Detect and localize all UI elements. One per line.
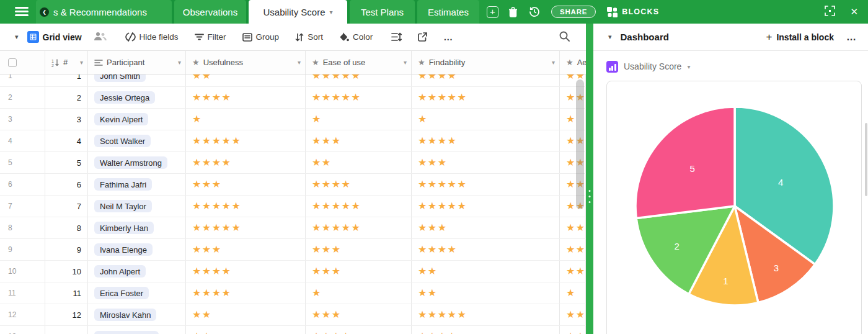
usefulness-cell[interactable]: ★★★★: [186, 282, 306, 304]
row-number-cell[interactable]: 8: [0, 217, 45, 238]
table-row[interactable]: 66Fathima Jafri★★★★★★★★★★★★★★: [0, 174, 586, 196]
hide-fields-button[interactable]: Hide fields: [125, 32, 179, 42]
row-height-button[interactable]: [391, 32, 402, 42]
tab-observations[interactable]: Observations: [174, 0, 246, 24]
findability-cell[interactable]: ★★★★: [412, 130, 560, 151]
column-header-num[interactable]: 1 2 # ▾: [45, 51, 88, 74]
usefulness-cell[interactable]: ★★: [186, 304, 306, 325]
table-row[interactable]: 11John Smith★★★★★★★★★★★★★: [0, 74, 586, 87]
view-sidebar-caret-icon[interactable]: ▾: [15, 33, 19, 41]
autonumber-cell[interactable]: 4: [45, 130, 88, 151]
tab-recommendations[interactable]: ❮ s & Recommendations: [36, 0, 172, 24]
autonumber-cell[interactable]: 13: [45, 326, 88, 334]
usefulness-cell[interactable]: ★★★: [186, 174, 306, 195]
findability-cell[interactable]: ★★★★★: [412, 174, 560, 195]
findability-cell[interactable]: ★★: [412, 282, 560, 304]
close-icon[interactable]: ✕: [850, 6, 858, 17]
findability-cell[interactable]: ★★★★★: [412, 196, 560, 217]
table-row[interactable]: 77Neil M Taylor★★★★★★★★★★★★★★★★★: [0, 196, 586, 217]
row-number-cell[interactable]: 1: [0, 74, 45, 86]
autonumber-cell[interactable]: 7: [45, 196, 88, 217]
chevron-down-icon[interactable]: ▾: [552, 59, 555, 66]
aesthetics-cell[interactable]: ★★: [560, 304, 586, 325]
color-button[interactable]: Color: [339, 32, 373, 42]
table-row[interactable]: 88Kimberly Han★★★★★★★★★★★★★★★: [0, 217, 586, 239]
findability-cell[interactable]: ★: [412, 109, 560, 130]
row-number-cell[interactable]: 13: [0, 326, 45, 334]
findability-cell[interactable]: ★★★★: [412, 326, 560, 334]
row-number-cell[interactable]: 4: [0, 130, 45, 151]
usefulness-cell[interactable]: ★★★★: [186, 261, 306, 282]
row-number-cell[interactable]: 9: [0, 239, 45, 260]
ease-of-use-cell[interactable]: ★★★: [306, 239, 412, 260]
row-number-cell[interactable]: 7: [0, 196, 45, 217]
usefulness-cell[interactable]: ★★★★: [186, 87, 306, 108]
row-number-cell[interactable]: 3: [0, 109, 45, 130]
autonumber-cell[interactable]: 9: [45, 239, 88, 260]
chevron-down-icon[interactable]: ▾: [80, 59, 83, 66]
findability-cell[interactable]: ★★★★★: [412, 87, 560, 108]
usefulness-cell[interactable]: ★: [186, 109, 306, 130]
autonumber-cell[interactable]: 1: [45, 74, 88, 86]
ease-of-use-cell[interactable]: ★: [306, 282, 412, 304]
table-row[interactable]: 99Ivana Elenge★★★★★★★★★★★★: [0, 239, 586, 261]
tab-test-plans[interactable]: Test Plans: [350, 0, 415, 24]
table-row[interactable]: 44Scott Walker★★★★★★★★★★★★★★: [0, 130, 586, 152]
ease-of-use-cell[interactable]: ★★★★: [306, 326, 412, 334]
grid-vertical-scrollbar[interactable]: [576, 79, 584, 209]
aesthetics-cell[interactable]: ★★: [560, 261, 586, 282]
pie-slice-5[interactable]: [636, 107, 735, 219]
usefulness-cell[interactable]: ★★★★★: [186, 196, 306, 217]
usefulness-cell[interactable]: ★★★★★: [186, 130, 306, 151]
table-row[interactable]: 22Jessie Ortega★★★★★★★★★★★★★★★★: [0, 87, 586, 109]
table-row[interactable]: 1313★★★★★★★★★★★★: [0, 326, 586, 334]
participant-cell[interactable]: John Smith: [88, 74, 186, 86]
ease-of-use-cell[interactable]: ★: [306, 109, 412, 130]
autonumber-cell[interactable]: 12: [45, 304, 88, 325]
ease-of-use-cell[interactable]: ★★: [306, 152, 412, 173]
ease-of-use-cell[interactable]: ★★★★★: [306, 74, 412, 86]
tab-usability-score[interactable]: Usability Score ▾: [249, 0, 347, 24]
chevron-down-icon[interactable]: ▾: [330, 9, 333, 16]
trash-icon[interactable]: [508, 7, 518, 17]
findability-cell[interactable]: ★★: [412, 261, 560, 282]
column-header-ease-of-use[interactable]: ★ Ease of use ▾: [306, 51, 412, 74]
column-header-participant[interactable]: Participant ▾: [88, 51, 186, 74]
participant-cell[interactable]: Walter Armstrong: [88, 152, 186, 173]
window-scrollbar[interactable]: [865, 123, 867, 196]
autonumber-cell[interactable]: 10: [45, 261, 88, 282]
table-row[interactable]: 1111Erica Foster★★★★★★★★: [0, 282, 586, 304]
collaborators-icon[interactable]: [93, 32, 107, 43]
table-row[interactable]: 1010John Alpert★★★★★★★★★★★: [0, 261, 586, 282]
search-icon[interactable]: [559, 31, 570, 43]
sort-button[interactable]: Sort: [295, 32, 323, 42]
autonumber-cell[interactable]: 3: [45, 109, 88, 130]
filter-button[interactable]: Filter: [195, 32, 226, 42]
table-row[interactable]: 33Kevin Alpert★★★★: [0, 109, 586, 130]
chevron-down-icon[interactable]: ▾: [178, 59, 181, 66]
more-options-button[interactable]: …: [443, 32, 453, 42]
ease-of-use-cell[interactable]: ★★★★★: [306, 217, 412, 238]
aesthetics-cell[interactable]: ★★: [560, 217, 586, 238]
participant-cell[interactable]: Ivana Elenge: [88, 239, 186, 260]
aesthetics-cell[interactable]: ★★: [560, 239, 586, 260]
aesthetics-cell[interactable]: ★★: [560, 326, 586, 334]
group-button[interactable]: Group: [242, 32, 280, 42]
view-switcher[interactable]: Grid view: [27, 31, 82, 43]
participant-cell[interactable]: Kimberly Han: [88, 217, 186, 238]
panel-resize-handle[interactable]: [586, 24, 593, 334]
row-number-cell[interactable]: 2: [0, 87, 45, 108]
participant-cell[interactable]: [88, 326, 186, 334]
history-icon[interactable]: [529, 6, 540, 17]
ease-of-use-cell[interactable]: ★★★★: [306, 174, 412, 195]
ease-of-use-cell[interactable]: ★★★: [306, 261, 412, 282]
findability-cell[interactable]: ★★★★: [412, 239, 560, 260]
autonumber-cell[interactable]: 11: [45, 282, 88, 304]
column-header-aesthetics[interactable]: ★ Ae: [560, 51, 586, 74]
table-row[interactable]: 1212Miroslav Kahn★★★★★★★★★★★★: [0, 304, 586, 326]
autonumber-cell[interactable]: 2: [45, 87, 88, 108]
usefulness-cell[interactable]: ★★★: [186, 239, 306, 260]
participant-cell[interactable]: Jessie Ortega: [88, 87, 186, 108]
row-number-cell[interactable]: 5: [0, 152, 45, 173]
tab-estimates[interactable]: Estimates: [417, 0, 479, 24]
